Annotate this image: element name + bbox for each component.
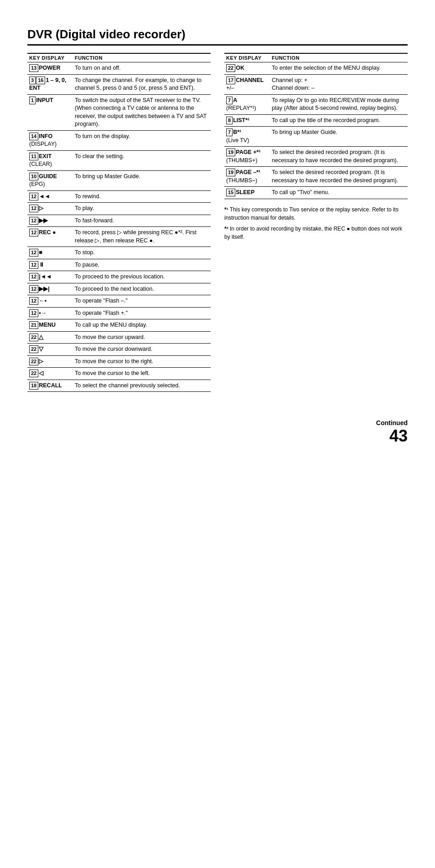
function-cell: To proceed to the previous location. [73,271,211,283]
key-number: 12 [29,297,38,305]
key-number: 12 [29,273,38,281]
function-cell: To call up "Tivo" menu. [270,187,408,199]
key-label: ▷ [39,358,43,365]
function-cell: To select the channel previously selecte… [73,380,211,392]
key-cell: 3161 – 9, 0, ENT [27,74,73,94]
key-cell: 7B*¹(Live TV) [224,127,270,147]
key-label: POWER [39,65,60,71]
table-row: 12◄◄To rewind. [27,190,211,203]
function-cell: To select the desired recorded program. … [270,167,408,187]
key-number: 14 [29,133,38,140]
key-number: 12 [29,249,38,257]
key-label: GUIDE [39,173,57,180]
table-row: 12←•To operate "Flash –." [27,295,211,308]
table-row: 12⏸To pause. [27,259,211,271]
function-cell: To rewind. [73,190,211,203]
key-cell: 19PAGE +*¹(THUMBS+) [224,147,270,167]
function-cell: To call up the title of the recorded pro… [270,114,408,127]
key-label: SLEEP [236,189,254,195]
key-sublabel: (Live TV) [226,137,249,144]
key-number: 12 [29,205,38,212]
key-number: 11 [29,153,38,160]
footnote-marker: *² [224,226,228,232]
page-number: 43 [27,426,408,446]
left-column: KEY DISPLAY FUNCTION 13POWERTo turn on a… [27,53,211,392]
key-label: ■ [39,249,42,256]
key-number: 22 [226,64,235,72]
key-label: LIST*¹ [233,117,249,123]
right-column: KEY DISPLAY FUNCTION 22OKTo enter the se… [224,53,408,244]
function-cell: To turn on and off. [73,62,211,75]
table-row: 12REC ●To record, press ▷ while pressing… [27,227,211,247]
key-sublabel: (EPG) [29,181,45,187]
key-cell: 12REC ● [27,227,73,247]
key-cell: 19PAGE –*¹(THUMBS–) [224,167,270,187]
function-cell: To enter the selection of the MENU displ… [270,62,408,75]
function-cell: To turn on the display. [73,130,211,150]
key-cell: 12•→ [27,307,73,319]
table-row: 17CHANNEL+/–Channel up: +Channel down: – [224,74,408,94]
key-cell: 12▶▶| [27,283,73,295]
function-cell: To replay Or to go into REC/REVIEW mode … [270,94,408,114]
key-cell: 8LIST*¹ [224,114,270,127]
key-cell: 12|◄◄ [27,271,73,283]
key-number: 12 [29,217,38,225]
key-number: 22 [29,370,38,377]
function-cell: To pause. [73,259,211,271]
function-cell: To play. [73,203,211,215]
key-cell: 12◄◄ [27,190,73,203]
key-sublabel: (DISPLAY) [29,141,57,147]
table-row: 8LIST*¹To call up the title of the recor… [224,114,408,127]
function-cell: To operate "Flash +." [73,307,211,319]
table-row: 7A(REPLAY*¹)To replay Or to go into REC/… [224,94,408,114]
function-cell: To call up the MENU display. [73,319,211,332]
footnote-marker: *¹ [224,206,228,213]
key-label: EXIT [39,153,52,159]
key-cell: 12■ [27,247,73,259]
key-label: ◄◄ [39,193,50,200]
key-cell: 12▷ [27,203,73,215]
key-label: CHANNEL [236,77,264,83]
key-label: ←• [39,298,47,304]
table-row: 7B*¹(Live TV)To bring up Master Guide. [224,127,408,147]
footnote-item: *¹ This key corresponds to Tivo service … [224,205,408,222]
key-sublabel: (THUMBS+) [226,157,257,164]
function-cell: To select the desired recorded program. … [270,147,408,167]
function-cell: To move the cursor to the right. [73,355,211,368]
function-cell: To bring up Master Guide. [270,127,408,147]
key-number: 12 [29,193,38,200]
table-row: 12▷To play. [27,203,211,215]
table-row: 22▽To move the cursor downward. [27,344,211,356]
key-cell: 22OK [224,62,270,75]
key-cell: 22◁ [27,368,73,380]
key-sublabel: +/– [226,85,234,91]
main-content: KEY DISPLAY FUNCTION 13POWERTo turn on a… [27,53,408,392]
key-number: 12 [29,229,38,236]
key-cell: 13POWER [27,62,73,75]
function-cell: To change the channel. For example, to c… [73,74,211,94]
table-row: 14INFO(DISPLAY)To turn on the display. [27,130,211,150]
key-label: ▶▶ [39,217,48,224]
function-cell: To proceed to the next location. [73,283,211,295]
key-label: INPUT [36,97,53,103]
key-label: PAGE +*¹ [236,149,260,155]
key-label: |◄◄ [39,273,52,280]
key-number: 12 [29,261,38,269]
function-cell: To clear the setting. [73,150,211,170]
key-cell: 21MENU [27,319,73,332]
key-number: 19 [226,149,235,156]
table-row: 12|◄◄To proceed to the previous location… [27,271,211,283]
function-cell: To bring up Master Guide. [73,170,211,190]
table-row: 22OKTo enter the selection of the MENU d… [224,62,408,75]
key-number: 15 [226,189,235,196]
key-number: 10 [29,173,38,180]
function-cell: Channel up: +Channel down: – [270,74,408,94]
key-cell: 7A(REPLAY*¹) [224,94,270,114]
key-label: ▽ [39,346,43,352]
key-number: 17 [226,77,235,84]
function-cell: To move the cursor to the left. [73,368,211,380]
key-number: 7 [226,97,233,104]
key-cell: 11EXIT(CLEAR) [27,150,73,170]
key-number: 3 [29,77,36,84]
key-number: 22 [29,358,38,365]
